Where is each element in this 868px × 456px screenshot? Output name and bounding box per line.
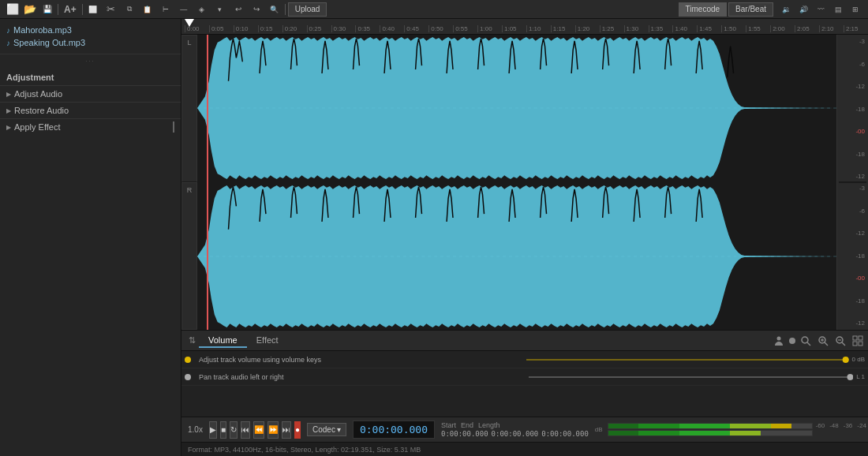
restore-audio-item[interactable]: ▶ Restore Audio bbox=[0, 102, 181, 118]
time-display: 0:00:00.000 bbox=[353, 420, 435, 439]
svg-rect-16 bbox=[853, 342, 857, 346]
svg-point-5 bbox=[802, 337, 808, 343]
vu-meter: dB bbox=[595, 422, 868, 438]
zoom-out-icon[interactable] bbox=[833, 334, 847, 348]
waveform-area: L R bbox=[181, 35, 868, 330]
stop-button[interactable]: ■ bbox=[220, 421, 226, 439]
open-icon[interactable]: 📂 bbox=[22, 2, 38, 17]
cut-icon[interactable]: ✂ bbox=[103, 2, 119, 17]
redo-icon[interactable]: ↪ bbox=[249, 2, 264, 17]
spectrum-view-icon[interactable]: ▤ bbox=[830, 2, 846, 17]
pan-track-label: Pan track audio left or right bbox=[194, 373, 529, 381]
ruler-mark: 0:45 bbox=[404, 25, 428, 32]
ruler-mark: 0:05 bbox=[209, 25, 234, 32]
waveform-labels: L R bbox=[181, 35, 197, 330]
waveform-canvas[interactable] bbox=[197, 35, 836, 330]
left-panel: ♪ Mahoroba.mp3 ♪ Speaking Out.mp3 ... Ad… bbox=[0, 19, 181, 456]
skip-end-button[interactable]: ⏭ bbox=[282, 421, 291, 439]
volume-track-label: Adjust track volume using volume keys bbox=[194, 356, 526, 364]
panel-dots: ... bbox=[0, 54, 181, 65]
timecode-button[interactable]: Timecode bbox=[679, 2, 728, 17]
triangle-icon-3: ▶ bbox=[6, 124, 11, 131]
codec-button[interactable]: Codec ▾ bbox=[307, 423, 346, 436]
svg-rect-14 bbox=[853, 336, 857, 340]
ruler-mark: 2:15 bbox=[844, 25, 868, 32]
apply-effect-item[interactable]: ▶ Apply Effect bbox=[0, 118, 181, 135]
font-size-label[interactable]: A+ bbox=[61, 2, 80, 17]
loop-button[interactable]: ↻ bbox=[230, 421, 238, 439]
zoom-fit-icon[interactable] bbox=[799, 334, 813, 348]
zoom-in-icon[interactable] bbox=[816, 334, 830, 348]
file-item-speaking[interactable]: ♪ Speaking Out.mp3 bbox=[3, 36, 178, 49]
zoom-icon[interactable]: 🔍 bbox=[267, 2, 282, 17]
ruler-mark: 0:40 bbox=[380, 25, 404, 32]
ruler-mark: 2:00 bbox=[770, 25, 795, 32]
bottom-tabs-area: ⇅ Volume Effect bbox=[181, 330, 868, 417]
pan-track-row: Pan track audio left or right L 1 bbox=[181, 368, 868, 386]
record-button[interactable]: ● bbox=[294, 421, 301, 439]
timeline-ruler: 0:000:050:100:150:200:250:300:350:400:45… bbox=[181, 19, 868, 35]
zoom-in-wave-icon[interactable]: 🔊 bbox=[795, 2, 811, 17]
save-icon[interactable]: 💾 bbox=[39, 2, 55, 17]
main-area: ♪ Mahoroba.mp3 ♪ Speaking Out.mp3 ... Ad… bbox=[0, 19, 868, 456]
volume-dot bbox=[789, 338, 795, 344]
ruler-mark: 1:00 bbox=[477, 25, 502, 32]
adjustment-panel: Adjustment ▶ Adjust Audio ▶ Restore Audi… bbox=[0, 65, 181, 140]
new-icon[interactable]: ⬜ bbox=[5, 2, 21, 17]
apply-effect-box[interactable] bbox=[173, 121, 174, 133]
adjust-audio-item[interactable]: ▶ Adjust Audio bbox=[0, 85, 181, 102]
right-area: 0:000:050:100:150:200:250:300:350:400:45… bbox=[181, 19, 868, 456]
forward-button[interactable]: ⏩ bbox=[268, 421, 279, 439]
ruler-mark: 1:45 bbox=[697, 25, 721, 32]
undo-icon[interactable]: ↩ bbox=[230, 2, 246, 17]
waveform-bottom bbox=[197, 183, 836, 330]
ruler-mark: 1:40 bbox=[672, 25, 697, 32]
person-icon[interactable] bbox=[772, 334, 786, 348]
barbeat-button[interactable]: Bar/Beat bbox=[728, 2, 773, 17]
transport-bar: 1.0x ▶ ■ ↻ ⏮ ⏪ ⏩ ⏭ ● Codec ▾ 0:00:00.000… bbox=[181, 417, 868, 442]
file-item-mahoroba[interactable]: ♪ Mahoroba.mp3 bbox=[3, 24, 178, 36]
upload-button[interactable]: Upload bbox=[288, 2, 327, 17]
zoom-out-wave-icon[interactable]: 🔉 bbox=[778, 2, 794, 17]
waveform-view-icon[interactable]: 〰 bbox=[813, 2, 829, 17]
view-icon[interactable]: ⊞ bbox=[847, 2, 863, 17]
paste-icon[interactable]: 📋 bbox=[140, 2, 155, 17]
status-bar: Format: MP3, 44100Hz, 16-bits, Stereo, L… bbox=[181, 442, 868, 456]
top-toolbar: ⬜ 📂 💾 A+ ⬜ ✂ ⧉ 📋 ⊢ — ◈ ▾ ↩ ↪ 🔍 Upload Ti… bbox=[0, 0, 868, 19]
audio-icon: ♪ bbox=[6, 26, 10, 35]
skip-start-button[interactable]: ⏮ bbox=[241, 421, 250, 439]
ruler-mark: 1:50 bbox=[721, 25, 746, 32]
trim-icon[interactable]: ⊢ bbox=[158, 2, 174, 17]
ruler-mark: 2:05 bbox=[795, 25, 819, 32]
triangle-icon-1: ▶ bbox=[6, 91, 11, 98]
pan-track-dot bbox=[185, 374, 191, 380]
db-scale: -3 -6 -12 -18 -00 -18 -12 -3 -6 -12 -18 bbox=[836, 35, 868, 330]
ruler-mark: 0:30 bbox=[331, 25, 356, 32]
rewind-button[interactable]: ⏪ bbox=[253, 421, 264, 439]
svg-rect-15 bbox=[859, 336, 862, 340]
channel-left-label: L bbox=[181, 35, 197, 182]
play-button[interactable]: ▶ bbox=[209, 421, 217, 439]
ruler-mark: 0:10 bbox=[234, 25, 258, 32]
tab-effect[interactable]: Effect bbox=[247, 334, 288, 348]
db-scale-bottom: -3 -6 -12 -18 -00 -18 -12 bbox=[839, 183, 866, 328]
effect-icon[interactable]: ◈ bbox=[194, 2, 210, 17]
ruler-mark: 0:20 bbox=[282, 25, 307, 32]
svg-line-8 bbox=[825, 342, 828, 346]
dropdown-icon[interactable]: ▾ bbox=[212, 2, 228, 17]
svg-point-4 bbox=[777, 336, 781, 340]
new2-icon[interactable]: ⬜ bbox=[85, 2, 101, 17]
waveform-top bbox=[197, 35, 836, 181]
ruler-mark: 1:55 bbox=[746, 25, 770, 32]
tab-volume[interactable]: Volume bbox=[199, 334, 247, 348]
ruler-mark: 1:15 bbox=[551, 25, 575, 32]
grid-icon[interactable] bbox=[851, 334, 865, 348]
ruler-mark: 0:50 bbox=[428, 25, 453, 32]
volume-track-dot bbox=[185, 357, 191, 363]
track-nav-icon[interactable]: ⇅ bbox=[185, 334, 199, 348]
db-scale-top: -3 -6 -12 -18 -00 -18 -12 bbox=[839, 36, 866, 181]
volume-track-row: Adjust track volume using volume keys 0 … bbox=[181, 351, 868, 368]
copy-icon[interactable]: ⧉ bbox=[122, 2, 137, 17]
silence-icon[interactable]: — bbox=[176, 2, 192, 17]
svg-line-6 bbox=[807, 342, 810, 346]
